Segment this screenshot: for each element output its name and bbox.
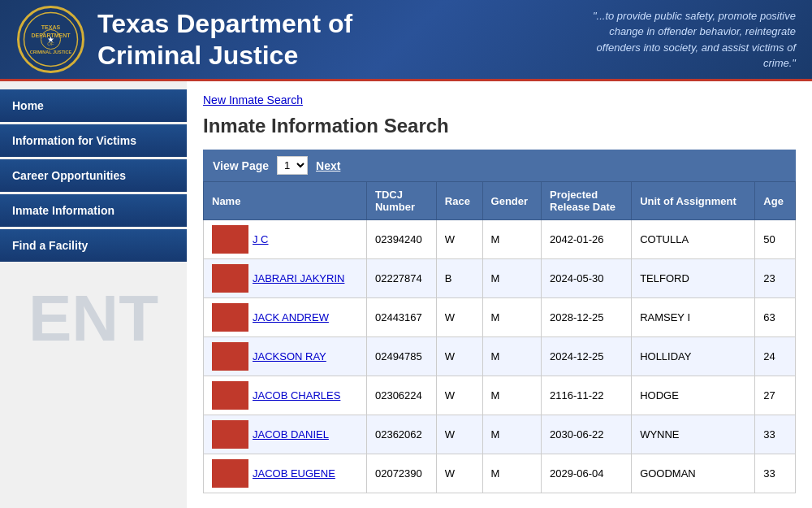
inmate-photo-1 [212, 264, 248, 293]
sidebar-watermark: ENT [0, 278, 187, 359]
cell-5-4: WYNNE [632, 415, 755, 454]
col-header-release: ProjectedRelease Date [542, 182, 632, 220]
page-select[interactable]: 1 [277, 156, 308, 175]
cell-5-3: 2030-06-22 [542, 415, 632, 454]
cell-2-3: 2028-12-25 [542, 298, 632, 337]
sidebar-item-find-facility[interactable]: Find a Facility [0, 229, 187, 262]
sidebar-item-home[interactable]: Home [0, 89, 187, 122]
view-page-label: View Page [213, 159, 269, 172]
cell-1-4: TELFORD [632, 259, 755, 298]
cell-6-5: 33 [755, 454, 796, 493]
table-row: JACOB DANIEL 02362062WM2030-06-22WYNNE33 [204, 415, 796, 454]
cell-5-5: 33 [755, 415, 796, 454]
inmate-name-link-3[interactable]: JACKSON RAY [253, 350, 326, 363]
col-header-unit: Unit of Assignment [632, 182, 755, 220]
cell-2-1: W [436, 298, 482, 337]
cell-0-5: 50 [755, 220, 796, 259]
site-header: TEXAS DEPARTMENT OF CRIMINAL JUSTICE ★ T… [0, 0, 812, 81]
col-header-name: Name [204, 182, 367, 220]
site-title: Texas Department of Criminal Justice [97, 8, 568, 71]
cell-4-3: 2116-11-22 [542, 376, 632, 415]
cell-3-2: M [482, 337, 541, 376]
cell-4-1: W [436, 376, 482, 415]
table-row: JACKSON RAY 02494785WM2024-12-25HOLLIDAY… [204, 337, 796, 376]
inmate-name-link-2[interactable]: JACK ANDREW [253, 311, 329, 323]
main-content: New Inmate Search Inmate Information Sea… [187, 81, 812, 508]
cell-4-0: 02306224 [366, 376, 436, 415]
cell-1-1: B [436, 259, 482, 298]
inmate-name-link-5[interactable]: JACOB DANIEL [253, 428, 329, 441]
inmate-photo-5 [212, 420, 248, 449]
cell-2-0: 02443167 [366, 298, 436, 337]
tdcj-logo: TEXAS DEPARTMENT OF CRIMINAL JUSTICE ★ [16, 5, 85, 74]
cell-5-2: M [482, 415, 541, 454]
table-row: JACOB EUGENE 02072390WM2029-06-04GOODMAN… [204, 454, 796, 493]
table-controls: View Page 1 Next [203, 150, 796, 181]
svg-text:CRIMINAL JUSTICE: CRIMINAL JUSTICE [30, 50, 72, 54]
cell-5-0: 02362062 [366, 415, 436, 454]
cell-2-4: RAMSEY I [632, 298, 755, 337]
sidebar-item-inmate-info[interactable]: Inmate Information [0, 194, 187, 227]
results-table: Name TDCJNumber Race Gender ProjectedRel… [203, 181, 796, 493]
inmate-photo-2 [212, 303, 248, 332]
svg-text:TEXAS: TEXAS [41, 24, 61, 30]
cell-0-3: 2042-01-26 [542, 220, 632, 259]
inmate-photo-6 [212, 459, 248, 488]
cell-3-1: W [436, 337, 482, 376]
cell-3-5: 24 [755, 337, 796, 376]
svg-text:★: ★ [47, 35, 54, 44]
cell-6-3: 2029-06-04 [542, 454, 632, 493]
page-layout: Home Information for Victims Career Oppo… [0, 81, 812, 508]
sidebar-item-info-victims[interactable]: Information for Victims [0, 124, 187, 157]
cell-0-4: COTULLA [632, 220, 755, 259]
cell-0-0: 02394240 [366, 220, 436, 259]
cell-2-2: M [482, 298, 541, 337]
cell-4-4: HODGE [632, 376, 755, 415]
inmate-name-link-6[interactable]: JACOB EUGENE [253, 467, 335, 480]
sidebar-item-careers[interactable]: Career Opportunities [0, 159, 187, 192]
table-row: J C 02394240WM2042-01-26COTULLA50 [204, 220, 796, 259]
site-quote: "...to provide public safety, promote po… [568, 8, 796, 72]
table-row: JACK ANDREW 02443167WM2028-12-25RAMSEY I… [204, 298, 796, 337]
cell-2-5: 63 [755, 298, 796, 337]
cell-0-2: M [482, 220, 541, 259]
new-inmate-search-link[interactable]: New Inmate Search [203, 93, 303, 106]
table-row: JACOB CHARLES 02306224WM2116-11-22HODGE2… [204, 376, 796, 415]
cell-1-0: 02227874 [366, 259, 436, 298]
next-button[interactable]: Next [316, 159, 340, 172]
cell-0-1: W [436, 220, 482, 259]
cell-1-5: 23 [755, 259, 796, 298]
inmate-name-link-0[interactable]: J C [253, 233, 269, 245]
cell-6-4: GOODMAN [632, 454, 755, 493]
cell-6-2: M [482, 454, 541, 493]
table-row: JABRARI JAKYRIN 02227874BM2024-05-30TELF… [204, 259, 796, 298]
inmate-photo-0 [212, 225, 248, 254]
cell-1-3: 2024-05-30 [542, 259, 632, 298]
col-header-gender: Gender [482, 182, 541, 220]
cell-4-2: M [482, 376, 541, 415]
cell-5-1: W [436, 415, 482, 454]
page-title: Inmate Information Search [203, 115, 796, 137]
inmate-photo-4 [212, 381, 248, 410]
inmate-name-link-1[interactable]: JABRARI JAKYRIN [253, 272, 344, 284]
cell-1-2: M [482, 259, 541, 298]
cell-3-0: 02494785 [366, 337, 436, 376]
inmate-name-link-4[interactable]: JACOB CHARLES [253, 389, 340, 402]
cell-6-1: W [436, 454, 482, 493]
inmate-photo-3 [212, 342, 248, 371]
cell-6-0: 02072390 [366, 454, 436, 493]
col-header-age: Age [755, 182, 796, 220]
col-header-race: Race [436, 182, 482, 220]
cell-3-3: 2024-12-25 [542, 337, 632, 376]
cell-3-4: HOLLIDAY [632, 337, 755, 376]
cell-4-5: 27 [755, 376, 796, 415]
sidebar: Home Information for Victims Career Oppo… [0, 81, 187, 508]
col-header-tdcj: TDCJNumber [366, 182, 436, 220]
